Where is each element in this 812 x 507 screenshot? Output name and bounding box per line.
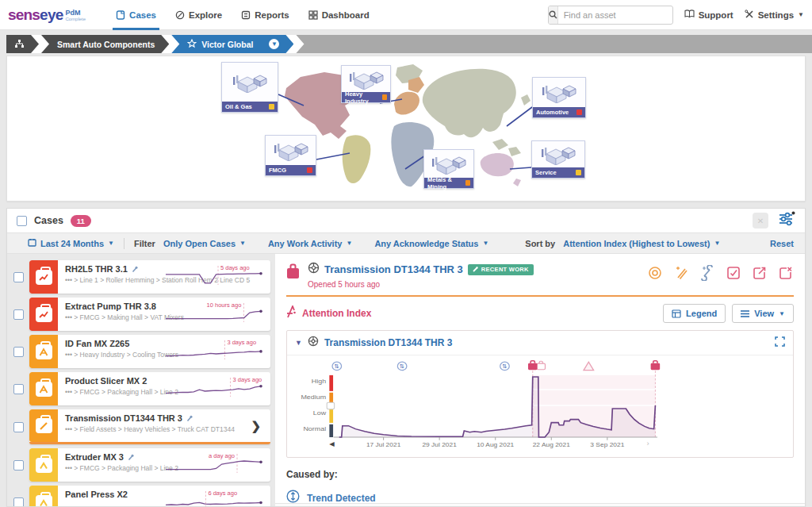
tools-icon [745,10,754,21]
wrench-icon [473,267,478,272]
case-card-4[interactable]: Transmission DT1344 THR 3 ••• > Field As… [29,409,270,444]
case-sparkline: a day ago [163,451,264,475]
svg-text:22 Aug 2021: 22 Aug 2021 [533,442,571,449]
case-list-row: RH2L5 THR 3.1 ••• > Line 1 > Roller Hemm… [13,260,270,294]
svg-text:High: High [312,378,327,386]
fullscreen-icon[interactable] [775,336,785,350]
breadcrumb-filler [296,35,812,53]
book-icon [684,10,695,20]
explore-icon [175,10,185,20]
breadcrumb-item-victor-global[interactable]: Victor Global ▼ [171,35,293,53]
briefcase-icon [286,263,300,282]
case-checkbox[interactable] [13,384,24,394]
case-card-6[interactable]: Panel Press X2 6 days ago [29,486,270,506]
work-pin-icon [128,454,134,461]
attention-index-chart[interactable]: HighMediumLowNormal17 Jul 202129 Jul 202… [290,357,790,454]
main-nav: Cases Explore Reports Dashboard [106,0,379,30]
nav-tab-explore[interactable]: Explore [166,0,232,30]
work-pin-icon [132,266,138,273]
close-case-icon[interactable] [778,265,794,284]
search-icon[interactable] [549,6,558,24]
map-site-card-service[interactable]: Service [531,140,585,179]
map-site-card-heavy-industry[interactable]: Heavy Industry [341,65,391,103]
work-activity-dropdown[interactable]: Any Work Activity▼ [268,239,352,248]
sliders-icon[interactable] [778,211,795,230]
chevron-down-icon[interactable]: ▼ [269,39,279,49]
chevron-right-icon: ❯ [251,419,261,433]
case-checkbox[interactable] [13,497,24,507]
case-card-5[interactable]: Extruder MX 3 ••• > FMCG > Packaging Hal… [29,448,270,482]
chevron-down-icon: ▼ [779,310,785,317]
search-input[interactable] [558,10,673,20]
svg-text:⇅: ⇅ [334,363,339,371]
case-card-2[interactable]: ID Fan MX Z265 ••• > Heavy Industry > Co… [29,335,270,368]
attention-index-title: Attention Index [302,308,371,319]
nav-tab-reports[interactable]: Reports [232,0,298,30]
case-actions [647,262,794,284]
select-all-checkbox[interactable] [17,216,27,226]
case-sparkline: 5 days ago [163,263,264,287]
wrench-plus-icon[interactable] [699,265,715,284]
cases-count-badge: 11 [71,215,91,227]
concentric-rings-icon[interactable] [647,265,663,284]
support-button[interactable]: Support [684,10,733,20]
breadcrumb-item-smart-auto-components[interactable]: Smart Auto Components [41,35,169,53]
settings-menu[interactable]: Settings ▼ [745,10,804,21]
case-checkbox[interactable] [13,347,24,357]
case-list-row: Extract Pump THR 3.8 ••• > FMCG > Making… [13,298,270,331]
reset-filters-button[interactable]: Reset [770,239,794,248]
case-card-1[interactable]: Extract Pump THR 3.8 ••• > FMCG > Making… [29,298,270,331]
case-path: ••• > Field Assets > Heavy Vehicles > Tr… [65,425,235,433]
case-checkbox[interactable] [13,460,24,471]
case-list-row: ID Fan MX Z265 ••• > Heavy Industry > Co… [13,335,270,368]
pencil-plus-icon[interactable] [673,265,689,284]
legend-button[interactable]: Legend [663,304,726,323]
acknowledge-status-dropdown[interactable]: Any Acknowledge Status▼ [374,239,488,248]
case-list-row: Product Slicer MX 2 ••• > FMCG > Packagi… [13,372,270,405]
chevron-down-icon: ▼ [798,11,804,18]
world-map [7,56,806,202]
case-checkbox[interactable] [13,309,24,320]
sort-dropdown[interactable]: Attention Index (Highest to Lowest)▼ [563,239,720,248]
map-site-card-fmcg[interactable]: FMCG [265,135,316,176]
date-range-dropdown[interactable]: Last 24 Months▼ [28,238,114,248]
case-checkbox[interactable] [13,422,24,432]
map-site-card-oil-gas[interactable]: Oil & Gas [221,62,278,113]
case-checkbox[interactable] [13,272,24,282]
collapse-chevron-icon[interactable]: ▼ [295,339,302,347]
svg-text:5 days ago: 5 days ago [220,264,250,271]
severity-icon [29,372,58,405]
filter-bar: Last 24 Months▼ Filter Only Open Cases▼ … [7,232,805,254]
site-status-indicator [576,109,582,115]
factory-illustration [532,141,584,167]
nav-tab-dashboard[interactable]: Dashboard [299,0,379,30]
case-name: Product Slicer MX 2 [65,376,147,386]
site-status-indicator [269,104,274,109]
case-card-3[interactable]: Product Slicer MX 2 ••• > FMCG > Packagi… [29,372,270,405]
logo-text: sens [8,6,40,23]
pan-right-icon: › [646,440,649,447]
svg-text:3 Sep 2021: 3 Sep 2021 [590,442,625,449]
export-case-icon[interactable] [752,265,768,284]
case-title: Transmission DT1344 THR 3 [324,263,463,275]
case-card-0[interactable]: RH2L5 THR 3.1 ••• > Line 1 > Roller Hemm… [29,260,270,294]
map-site-card-metals-mining[interactable]: Metals & Mining [423,149,474,189]
case-sparkline: 3 days ago [163,338,264,362]
factory-illustration [222,63,278,102]
cases-icon [116,10,125,20]
asset-gear-icon [308,262,320,277]
site-label: Oil & Gas [225,103,252,110]
chevron-down-icon: ▼ [239,240,246,247]
case-name: ID Fan MX Z265 [65,339,129,348]
view-dropdown-button[interactable]: View ▼ [732,304,794,323]
map-site-card-automotive[interactable]: Automotive [532,77,586,118]
senseye-logo[interactable]: senseye PdM Complete [8,7,86,23]
reports-icon [241,10,251,20]
nav-tab-cases[interactable]: Cases [106,0,166,30]
next-card-edge [275,503,805,506]
case-name: Transmission DT1344 THR 3 [65,413,182,423]
caused-by-label: Caused by: [286,469,794,480]
breadcrumb-home[interactable] [6,35,39,53]
open-cases-dropdown[interactable]: Only Open Cases▼ [163,239,246,248]
acknowledge-check-icon[interactable] [726,265,741,284]
